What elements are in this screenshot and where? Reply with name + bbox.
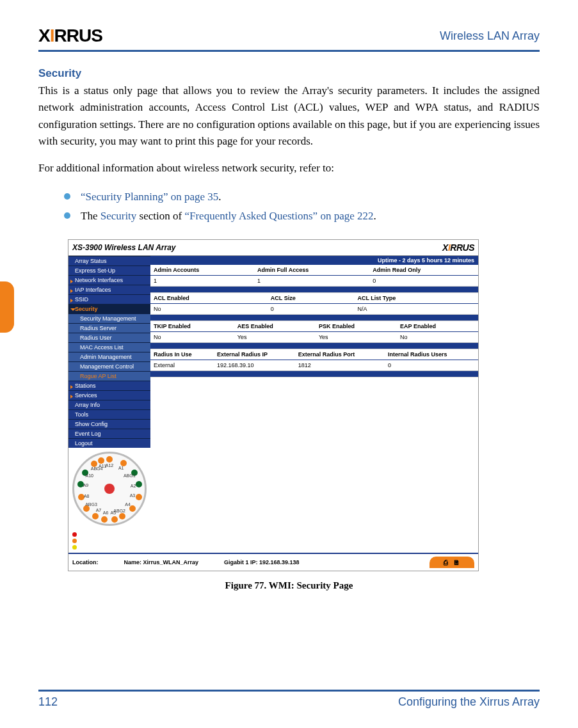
col-header: EAP Enabled	[397, 321, 478, 332]
data-table: Radius In UseExternal Radius IPExternal …	[150, 349, 478, 377]
radar-label: A5	[111, 510, 116, 514]
nav-item[interactable]: IAP Interfaces	[68, 285, 150, 294]
radar-label: A8	[84, 493, 90, 498]
radar-port	[101, 516, 108, 523]
radar-label: A3	[130, 493, 136, 498]
page-footer: 112 Configuring the Xirrus Array	[38, 690, 540, 709]
footer-ip: Gigabit 1 IP: 192.168.39.138	[224, 559, 300, 566]
screenshot-nav: Array StatusExpress Set-UpNetwork Interf…	[68, 256, 150, 553]
radar-label: A1	[118, 466, 124, 470]
radar-label: A2	[131, 483, 136, 487]
radar-label: ABG3	[85, 502, 97, 507]
nav-item[interactable]: SSID	[68, 294, 150, 304]
content: Security This is a status only page that…	[38, 67, 540, 591]
cell: 0	[385, 360, 478, 370]
page-header: XIRRUS Wireless LAN Array	[38, 26, 540, 52]
radar-diagram: A12A1ABG1A2A3A4ABG2A5A6A7ABG3A8A9A10ABG4…	[68, 448, 150, 530]
col-header: ACL Size	[268, 293, 355, 304]
cell: 192.168.39.10	[214, 360, 295, 370]
col-header: Radius In Use	[150, 349, 214, 360]
message-counts: Critical Msgs:0 Warning Msgs:0 General M…	[68, 530, 150, 553]
cell: No	[397, 331, 478, 342]
radar-port	[111, 516, 118, 523]
radar-label: A11	[99, 464, 106, 468]
data-tables: Admin AccountsAdmin Full AccessAdmin Rea…	[150, 265, 478, 377]
footer-tab[interactable]: ⎙ 🗎	[429, 557, 474, 568]
screenshot-footer: Location: Name: Xirrus_WLAN_Array Gigabi…	[68, 553, 478, 571]
nav-item[interactable]: Admin Management	[68, 352, 150, 361]
radar-center	[104, 484, 115, 494]
radar-port	[92, 513, 99, 519]
bullet-list: “Security Planning” on page 35. The Secu…	[38, 187, 540, 226]
screenshot-logo: XIRRUS	[442, 242, 474, 253]
screenshot-title: XS-3900 Wireless LAN Array	[72, 243, 176, 252]
bullet-item-2: The Security section of “Frequently Aske…	[64, 207, 540, 226]
radar-port	[119, 513, 125, 519]
cell: 1	[150, 275, 254, 286]
data-table: TKIP EnabledAES EnabledPSK EnabledEAP En…	[150, 321, 478, 349]
nav-item[interactable]: Logout	[68, 438, 150, 448]
nav-item[interactable]: Event Log	[68, 429, 150, 438]
nav-item[interactable]: Array Info	[68, 400, 150, 409]
figure-caption: Figure 77. WMI: Security Page	[38, 580, 540, 591]
nav-item[interactable]: Network Interfaces	[68, 275, 150, 285]
paragraph-2: For additional information about wireles…	[38, 160, 540, 177]
col-header: ACL List Type	[354, 293, 478, 304]
thumb-tab	[0, 281, 14, 333]
cell: External	[150, 360, 214, 370]
nav-item[interactable]: Radius Server	[68, 323, 150, 333]
cell: Yes	[316, 331, 397, 342]
nav-item[interactable]: Security Management	[68, 313, 150, 323]
general-msgs: General Msgs:141	[72, 544, 147, 551]
radar-label: A4	[125, 502, 131, 507]
link-security-section[interactable]: Security	[100, 210, 137, 222]
col-header: ACL Enabled	[150, 293, 268, 304]
col-header: PSK Enabled	[316, 321, 397, 332]
radar-label: A10	[86, 473, 93, 478]
print-icon[interactable]: ⎙	[444, 558, 448, 566]
brand-logo: XIRRUS	[38, 26, 102, 46]
col-header: Admin Accounts	[150, 265, 254, 276]
radar-port	[106, 456, 113, 463]
radar-label: A12	[106, 463, 113, 467]
radar-port	[136, 494, 142, 500]
radar-circle: A12A1ABG1A2A3A4ABG2A5A6A7ABG3A8A9A10ABG4…	[72, 452, 147, 526]
section-heading: Security	[38, 67, 540, 80]
cell: 1	[254, 275, 369, 286]
screenshot-titlebar: XS-3900 Wireless LAN Array XIRRUS	[68, 240, 478, 256]
page-number: 112	[38, 695, 58, 709]
doc-title: Wireless LAN Array	[440, 29, 540, 43]
screenshot: XS-3900 Wireless LAN Array XIRRUS Array …	[68, 239, 479, 571]
nav-item[interactable]: Express Set-Up	[68, 265, 150, 275]
col-header: External Radius IP	[214, 349, 295, 360]
radar-label: A9	[83, 483, 89, 487]
nav-item[interactable]: Tools	[68, 409, 150, 419]
nav-item[interactable]: Radius User	[68, 333, 150, 342]
col-header: External Radius Port	[295, 349, 385, 360]
chapter-title: Configuring the Xirrus Array	[398, 695, 540, 709]
cell: No	[150, 331, 234, 342]
page: XIRRUS Wireless LAN Array Security This …	[0, 0, 578, 728]
nav-item[interactable]: Rogue AP List	[68, 371, 150, 381]
nav-item[interactable]: Show Config	[68, 419, 150, 429]
critical-msgs: Critical Msgs:0	[72, 532, 147, 538]
nav-item[interactable]: Array Status	[68, 256, 150, 265]
warning-msgs: Warning Msgs:0	[72, 538, 147, 544]
footer-name: Name: Xirrus_WLAN_Array	[124, 559, 199, 566]
footer-location: Location:	[72, 559, 99, 566]
help-icon[interactable]: 🗎	[453, 558, 460, 566]
col-header: TKIP Enabled	[150, 321, 234, 332]
cell: 1812	[295, 360, 385, 370]
cell: 0	[268, 303, 355, 314]
cell: 0	[369, 275, 478, 286]
radar-port	[98, 457, 104, 464]
nav-item[interactable]: Services	[68, 390, 150, 400]
nav-item[interactable]: MAC Access List	[68, 342, 150, 352]
radar-label: ABG1	[124, 473, 136, 478]
link-faq[interactable]: “Frequently Asked Questions” on page 222	[184, 210, 373, 222]
link-security-planning[interactable]: “Security Planning” on page 35	[81, 191, 218, 203]
nav-item[interactable]: Security	[68, 304, 150, 313]
nav-item[interactable]: Management Control	[68, 361, 150, 371]
bullet-item-1: “Security Planning” on page 35.	[64, 187, 540, 207]
nav-item[interactable]: Stations	[68, 381, 150, 390]
